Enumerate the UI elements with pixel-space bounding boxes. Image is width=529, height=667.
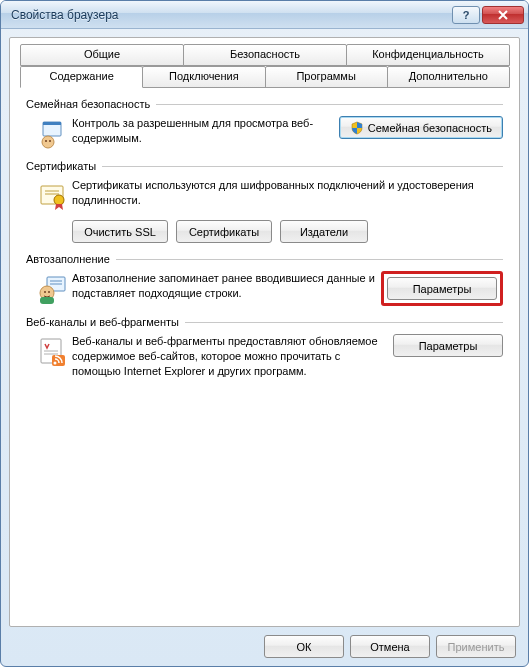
group-title-certs: Сертификаты [26,160,102,172]
group-title-family: Семейная безопасность [26,98,156,110]
tab-content[interactable]: Содержание [20,66,143,88]
feeds-icon [37,336,69,368]
certificate-icon [37,180,69,212]
group-feeds: Веб-каналы и веб-фрагменты [26,316,503,379]
svg-point-8 [54,195,64,205]
publishers-button[interactable]: Издатели [280,220,368,243]
tab-panel-content: Семейная безопасность [20,88,509,379]
tab-security[interactable]: Безопасность [183,44,347,66]
svg-point-14 [48,291,50,293]
feeds-desc: Веб-каналы и веб-фрагменты предоставляют… [72,334,393,379]
tab-general[interactable]: Общие [20,44,184,66]
close-button[interactable] [482,6,524,24]
ok-button[interactable]: ОК [264,635,344,658]
svg-rect-15 [40,297,54,304]
tab-privacy[interactable]: Конфиденциальность [346,44,510,66]
tab-advanced[interactable]: Дополнительно [387,66,510,88]
shield-icon [350,121,364,135]
highlight-box: Параметры [381,271,503,306]
dialog-body: Общие Безопасность Конфиденциальность Со… [1,29,528,666]
cancel-button[interactable]: Отмена [350,635,430,658]
window-title: Свойства браузера [11,8,450,22]
svg-point-4 [49,140,51,142]
certs-desc: Сертификаты используются для шифрованных… [72,178,503,212]
feeds-settings-button[interactable]: Параметры [393,334,503,357]
tab-programs[interactable]: Программы [265,66,388,88]
autofill-desc: Автозаполнение запоминает ранее вводивши… [72,271,381,306]
svg-point-2 [42,136,54,148]
group-family-safety: Семейная безопасность [26,98,503,150]
family-safety-button[interactable]: Семейная безопасность [339,116,503,139]
dialog-footer: ОК Отмена Применить [9,627,520,660]
tab-strip: Общие Безопасность Конфиденциальность Со… [20,44,509,88]
tab-connections[interactable]: Подключения [142,66,265,88]
svg-point-3 [45,140,47,142]
family-safety-desc: Контроль за разрешенным для просмотра ве… [72,116,339,150]
clear-ssl-button[interactable]: Очистить SSL [72,220,168,243]
svg-point-13 [44,291,46,293]
help-button[interactable]: ? [452,6,480,24]
content-frame: Общие Безопасность Конфиденциальность Со… [9,37,520,627]
apply-button[interactable]: Применить [436,635,516,658]
group-autofill: Автозаполнение [26,253,503,306]
close-icon [497,10,509,20]
certificates-button[interactable]: Сертификаты [176,220,272,243]
dialog-window: Свойства браузера ? Общие Безопасность К… [0,0,529,667]
svg-rect-1 [43,122,61,125]
group-title-feeds: Веб-каналы и веб-фрагменты [26,316,185,328]
autofill-settings-button[interactable]: Параметры [387,277,497,300]
group-certificates: Сертификаты [26,160,503,243]
family-safety-icon [37,118,69,150]
group-title-autofill: Автозаполнение [26,253,116,265]
autofill-icon [37,273,69,305]
titlebar: Свойства браузера ? [1,1,528,29]
svg-point-20 [54,362,57,365]
